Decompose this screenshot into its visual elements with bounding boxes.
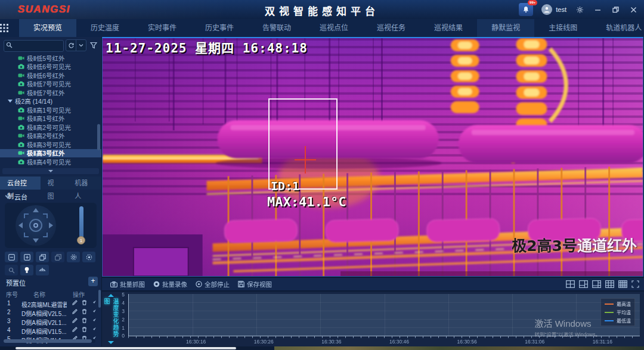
add-preset-button[interactable]: + [88, 277, 98, 286]
goto-preset-icon[interactable] [91, 309, 97, 314]
batch-capture-button[interactable]: 批量抓图 [110, 280, 145, 289]
ptz-section-header[interactable]: 云台 [6, 192, 27, 202]
arrow-right-icon[interactable] [49, 222, 53, 228]
ptz-center-button[interactable] [29, 219, 42, 232]
tab-live-preview[interactable]: 实况预览 [19, 19, 76, 37]
layout-9-icon[interactable] [605, 280, 614, 288]
delete-icon[interactable] [82, 300, 87, 305]
delete-icon[interactable] [82, 309, 87, 314]
tab-silent-monitor[interactable]: 静默监视 [477, 19, 534, 37]
tree-group[interactable]: 极2高 (14/14) [0, 97, 101, 106]
tree-item[interactable]: 极Ⅱ高2号红外 [0, 132, 101, 141]
zoom-slider[interactable]: 1 [79, 206, 83, 240]
tab-main-wiring[interactable]: 主接线图 [534, 19, 592, 37]
tree-item[interactable]: 极Ⅱ高2号可见光 [0, 123, 101, 132]
thermal-video-panel[interactable]: 11-27-2025 星期四 16:48:18 ID:1 MAX:41.1°C … [102, 37, 643, 277]
edit-icon[interactable] [72, 309, 78, 314]
tree-item-selected[interactable]: 极Ⅱ高3号红外 [0, 149, 101, 158]
focus-far-button[interactable] [51, 252, 64, 262]
camera-icon [18, 142, 24, 147]
arrow-left-icon[interactable] [18, 222, 23, 228]
legend-swatch [605, 320, 614, 321]
tree-item[interactable]: 极Ⅱ高3号可见光 [0, 140, 101, 149]
minimize-button[interactable] [593, 5, 602, 14]
close-button[interactable] [628, 5, 638, 14]
tree-item[interactable]: 极Ⅱ低6号红外 [0, 71, 101, 80]
notifications-button[interactable]: 99+ [519, 3, 533, 16]
filter-button[interactable] [88, 39, 99, 51]
refresh-button[interactable] [66, 40, 76, 51]
delete-icon[interactable] [82, 318, 87, 323]
edit-icon[interactable] [72, 300, 78, 305]
chevron-down-icon [78, 42, 84, 48]
measure-region-box[interactable] [268, 98, 338, 190]
device-search-input[interactable] [4, 40, 64, 52]
zoom-in-button[interactable] [20, 252, 33, 262]
tree-item[interactable]: 极Ⅱ低7号可见光 [0, 80, 101, 89]
ptz-dpad[interactable] [16, 205, 56, 246]
edit-icon[interactable] [72, 327, 78, 332]
save-view-button[interactable]: 保存视图 [238, 280, 272, 289]
light-button[interactable] [20, 265, 33, 275]
layout-6-icon[interactable] [579, 280, 588, 288]
tab-history-temp[interactable]: 历史温度 [76, 19, 134, 37]
x-tick: 16:30:26 [249, 339, 278, 345]
goto-preset-icon[interactable] [91, 318, 97, 323]
goto-preset-icon[interactable] [91, 300, 97, 305]
tree-expand-strip[interactable] [2, 168, 99, 174]
preset-row[interactable]: 2 D侧A相阀V2L5... [0, 308, 101, 317]
tree-item[interactable]: 极Ⅱ低6号可见光 [0, 63, 101, 72]
tree-item[interactable]: 极Ⅱ高1号红外 [0, 114, 101, 123]
user-icon [543, 6, 550, 13]
hscrollbar-thumb[interactable] [16, 347, 236, 349]
stop-all-button[interactable]: 全部停止 [196, 280, 230, 289]
sidebar-hscrollbar[interactable] [4, 339, 95, 343]
zoom-slider-thumb[interactable]: 1 [77, 236, 85, 244]
tab-robot[interactable]: 机器人 [67, 176, 101, 190]
layout-16-icon[interactable] [618, 280, 627, 288]
preset-row[interactable]: 3 D侧A相阀V2L1... [0, 317, 101, 326]
presets-scrollbar[interactable] [98, 290, 101, 308]
iris-open-button[interactable] [67, 252, 80, 262]
tab-alarm-linkage[interactable]: 告警联动 [248, 19, 305, 37]
tab-ptz-control[interactable]: 云台控制 [0, 176, 41, 190]
arrow-up-icon[interactable] [33, 208, 39, 212]
tab-patrol-tasks[interactable]: 巡视任务 [363, 19, 420, 37]
arrow-down-icon[interactable] [33, 239, 39, 243]
tab-rail-robot[interactable]: 轨道机器人 [592, 19, 644, 37]
nav-tabbar: 实况预览 历史温度 实时事件 历史事件 告警联动 巡视点位 巡视任务 巡视结果 … [0, 19, 644, 37]
tab-view[interactable]: 视图 [41, 176, 68, 190]
tree-item[interactable]: 极Ⅱ高1号可见光 [0, 106, 101, 114]
goto-preset-icon[interactable] [91, 327, 97, 332]
batch-record-button[interactable]: 批量录像 [153, 280, 187, 289]
preset-row[interactable]: 4 D侧A相阀V1L5... [0, 326, 101, 335]
tab-patrol-points[interactable]: 巡视点位 [305, 19, 363, 37]
iris-close-button[interactable] [82, 252, 95, 262]
chart-plot-area[interactable]: 最高温 平均温 最低温 激活 Windows 转到“设置”以激活 Windows… [128, 294, 640, 336]
focus-near-button[interactable] [36, 252, 49, 262]
app-hscrollbar[interactable] [0, 346, 644, 350]
tree-item[interactable]: 极Ⅱ高4号可见光 [0, 157, 101, 166]
tree-scrollbar[interactable] [97, 124, 100, 150]
magnifier-button[interactable] [5, 265, 18, 275]
tree-item[interactable]: 极Ⅱ低7号红外 [0, 88, 101, 97]
settings-button[interactable] [575, 5, 584, 14]
stop-icon [196, 281, 202, 287]
expand-collapse-button[interactable] [76, 40, 86, 51]
tab-realtime-events[interactable]: 实时事件 [134, 19, 191, 37]
tab-history-events[interactable]: 历史事件 [191, 19, 248, 37]
username[interactable]: test [556, 6, 566, 13]
tree-item[interactable]: 极Ⅱ低5号红外 [0, 54, 101, 63]
avatar[interactable] [541, 4, 552, 15]
layout-8-icon[interactable] [592, 280, 601, 288]
wiper-button[interactable] [36, 265, 49, 275]
preset-row[interactable]: 1 极2高端ML避雷器 [0, 299, 101, 308]
restore-button[interactable] [611, 5, 620, 14]
layout-4-icon[interactable] [566, 280, 575, 288]
delete-icon[interactable] [82, 327, 87, 332]
fullscreen-icon[interactable] [631, 280, 639, 288]
zoom-out-button[interactable] [5, 252, 18, 262]
tab-patrol-results[interactable]: 巡视结果 [420, 19, 477, 37]
edit-icon[interactable] [72, 318, 78, 323]
apps-menu-button[interactable] [0, 19, 8, 37]
